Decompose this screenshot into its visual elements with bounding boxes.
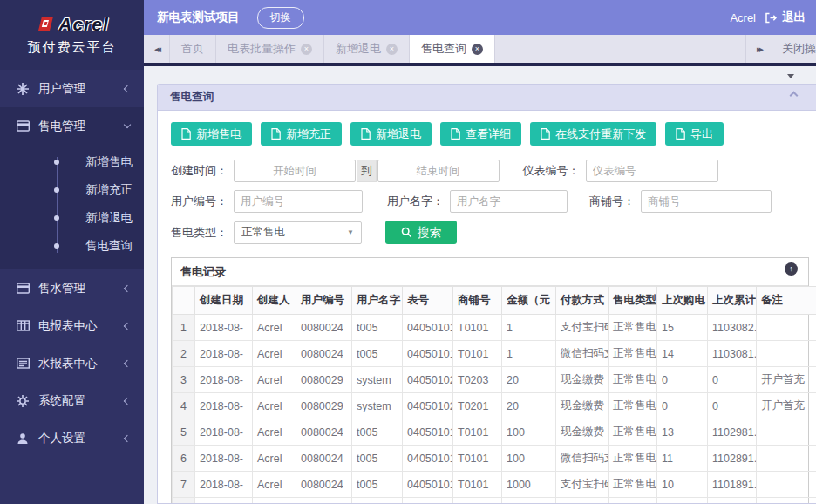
tab[interactable]: 首页 — [170, 35, 216, 63]
sidebar-item[interactable]: 电报表中心 — [0, 307, 144, 344]
table-cell: 0080024 — [296, 472, 352, 498]
row-index-cell: 8 — [173, 498, 195, 504]
table-cell: 100 — [502, 419, 556, 446]
table-cell: 正常售电 — [609, 367, 657, 393]
table-cell: 1 — [502, 315, 556, 341]
table-row[interactable]: 62018-08-Acrel0080024t00504050101T010110… — [173, 446, 816, 472]
table-cell: 正常售电 — [609, 498, 657, 504]
end-time-input[interactable] — [377, 160, 500, 182]
table-cell: 04050101 — [403, 472, 453, 498]
records-body: 12018-08-Acrel0080024t00504050101T01011支… — [173, 315, 816, 504]
table-cell — [757, 498, 816, 504]
table-row[interactable]: 82018-08-Acrel0080024t00504050101T010118… — [173, 498, 816, 504]
row-index-cell: 5 — [173, 419, 195, 446]
submenu-item[interactable]: 新增充正 — [0, 176, 144, 204]
table-cell: 20 — [502, 367, 556, 393]
submenu-item[interactable]: 售电查询 — [0, 232, 144, 260]
tab-close-icon[interactable]: × — [301, 44, 312, 55]
shop-no-label: 商铺号： — [589, 194, 635, 209]
tab-close-icon[interactable]: × — [472, 44, 483, 55]
logout-button[interactable]: 退出 — [782, 10, 806, 25]
acrel-logo-icon — [35, 15, 55, 35]
search-button[interactable]: 搜索 — [385, 221, 457, 244]
toolbar-button[interactable]: 新增售电 — [171, 122, 252, 146]
sale-type-value: 正常售电 — [241, 225, 285, 240]
submenu-item[interactable]: 新增退电 — [0, 204, 144, 232]
meter-no-input[interactable] — [586, 160, 718, 182]
chevron-left-icon — [124, 85, 131, 92]
tab-label: 首页 — [181, 41, 204, 57]
table-cell: Acrel — [253, 393, 296, 419]
sidebar-item-label: 电报表中心 — [38, 318, 98, 334]
table-cell: 正常售电 — [609, 341, 657, 367]
table-row[interactable]: 12018-08-Acrel0080024t00504050101T01011支… — [173, 315, 816, 341]
table-cell: 0 — [708, 393, 757, 419]
table-cell: 1102891. — [708, 446, 757, 472]
table-cell: 1102981. — [708, 419, 757, 446]
user-no-input[interactable] — [234, 190, 363, 213]
toolbar-button[interactable]: 新增退电 — [350, 122, 432, 146]
column-header: 商铺号 — [453, 287, 502, 315]
sidebar-item-label: 售电管理 — [38, 119, 85, 134]
table-row[interactable]: 72018-08-Acrel0080024t00504050101T010110… — [173, 472, 816, 498]
scroll-tabs-right-icon[interactable]: ▸▸ — [745, 35, 772, 63]
electricity-report-icon — [16, 319, 30, 333]
collapse-panel-icon[interactable] — [790, 92, 799, 100]
form-row-2: 用户编号： 用户名字： 商铺号： — [171, 190, 809, 213]
table-cell: Acrel — [253, 498, 296, 504]
sidebar-item[interactable]: 用户管理 — [0, 70, 144, 107]
table-cell: t005 — [352, 419, 403, 446]
table-cell: 1103081. — [708, 341, 757, 367]
tab[interactable]: 售电查询× — [410, 35, 495, 63]
table-cell: 正常售电 — [609, 446, 657, 472]
submenu-item[interactable]: 新增售电 — [0, 148, 144, 176]
toolbar-button[interactable]: 查看详细 — [440, 122, 521, 146]
collapse-records-icon[interactable]: ↑ — [785, 262, 798, 276]
sidebar-item[interactable]: 水报表中心 — [0, 344, 144, 382]
water-report-icon — [16, 357, 30, 371]
sale-type-select[interactable]: 正常售电 ▼ — [234, 221, 362, 244]
toolbar-button[interactable]: 在线支付重新下发 — [530, 122, 656, 146]
toolbar-button[interactable]: 新增充正 — [261, 122, 342, 146]
sidebar-item[interactable]: 个人设置 — [0, 419, 144, 457]
select-caret-icon: ▼ — [347, 228, 354, 236]
sidebar-item[interactable]: 售电管理 — [0, 107, 144, 145]
row-index-cell: 3 — [173, 367, 195, 393]
water-sale-icon — [16, 282, 30, 296]
table-cell: 10 — [657, 472, 708, 498]
tab[interactable]: 新增退电× — [324, 35, 410, 63]
logout-icon[interactable] — [765, 12, 777, 24]
table-cell: Acrel — [253, 419, 296, 446]
scroll-tabs-left-icon[interactable]: ◂◂ — [144, 35, 170, 63]
user-name-input[interactable] — [450, 190, 568, 213]
table-cell: T0101 — [453, 315, 502, 341]
chevron-left-icon — [124, 284, 131, 291]
table-cell: T0101 — [453, 341, 502, 367]
sidebar-item-label: 个人设置 — [38, 431, 85, 446]
document-icon — [541, 128, 550, 140]
switch-project-button[interactable]: 切换 — [257, 7, 304, 29]
table-cell: system — [352, 393, 403, 419]
table-cell: Acrel — [253, 446, 296, 472]
submenu: 新增售电新增充正新增退电售电查询 — [0, 145, 144, 269]
tab-close-icon[interactable]: × — [386, 44, 398, 55]
table-cell: 188 — [502, 498, 556, 504]
toolbar-button[interactable]: 导出 — [665, 122, 724, 146]
search-icon — [401, 227, 412, 238]
table-row[interactable]: 42018-08-Acrel0080029system04050102T0201… — [173, 393, 816, 419]
close-operations-menu[interactable]: 关闭操 — [772, 35, 816, 63]
shop-no-input[interactable] — [641, 190, 772, 213]
document-icon — [676, 128, 685, 140]
table-row[interactable]: 52018-08-Acrel0080024t00504050101T010110… — [173, 419, 816, 446]
user-no-label: 用户编号： — [171, 194, 228, 209]
document-icon — [271, 128, 281, 140]
start-time-input[interactable] — [234, 160, 356, 182]
table-row[interactable]: 32018-08-Acrel0080029system04050102T0203… — [173, 367, 816, 393]
tab[interactable]: 电表批量操作× — [216, 35, 324, 63]
sidebar-item[interactable]: 售水管理 — [0, 269, 144, 307]
dropdown-caret-icon[interactable] — [787, 74, 794, 78]
sidebar-item[interactable]: 系统配置 — [0, 382, 144, 419]
table-row[interactable]: 22018-08-Acrel0080024t00504050101T01011微… — [173, 341, 816, 367]
personal-settings-icon — [16, 432, 30, 446]
meter-no-label: 仪表编号： — [523, 163, 580, 179]
